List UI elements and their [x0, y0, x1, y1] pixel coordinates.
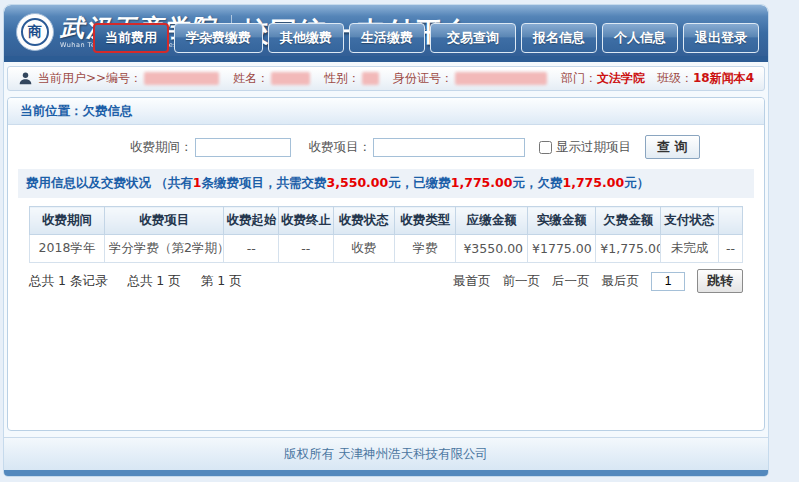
department-value: 文法学院 — [597, 70, 645, 87]
show-expired-checkbox[interactable] — [539, 141, 552, 154]
class-value: 18新闻本4 — [693, 70, 754, 87]
user-info-bar: 当前用户>>编号： 姓名： 性别： 身份证号： 部门： 文法学院 班级： 18新… — [7, 66, 765, 91]
col-fee-end: 收费终止 — [279, 207, 334, 235]
tab-logout[interactable]: 退出登录 — [683, 23, 759, 53]
col-amount-due: 应缴金额 — [456, 207, 528, 235]
fee-period-input[interactable] — [195, 138, 291, 157]
col-fee-status: 收费状态 — [333, 207, 394, 235]
table-row: 2018学年 学分学费（第2学期） -- -- 收费 学费 ¥3550.00 ¥… — [30, 235, 743, 263]
class-label: 班级： — [657, 70, 693, 87]
fee-period-label: 收费期间： — [130, 139, 193, 156]
col-payment-status: 支付状态 — [661, 207, 719, 235]
fee-summary-detail: （共有1条缴费项目，共需交费3,550.00元，已缴费1,775.00元，欠费1… — [155, 175, 649, 190]
footer-strip — [4, 470, 768, 476]
cell-fee-type: 学费 — [395, 235, 456, 263]
col-fee-item: 收费项目 — [105, 207, 224, 235]
col-fee-start: 收费起始 — [224, 207, 279, 235]
col-amount-paid: 实缴金额 — [528, 207, 596, 235]
prev-page-link[interactable]: 前一页 — [503, 273, 541, 290]
pagination-info: 总共 1 条记录 总共 1 页 第 1 页 — [29, 273, 258, 290]
nav-tabs: 当前费用 学杂费缴费 其他缴费 生活缴费 交易查询 报名信息 个人信息 退出登录 — [93, 23, 759, 53]
tab-current-fees[interactable]: 当前费用 — [93, 23, 169, 53]
main-panel: 当前位置：欠费信息 收费期间： 收费项目： 显示过期项目 查 询 费用信息以及交… — [7, 97, 765, 431]
table-header-row: 收费期间 收费项目 收费起始 收费终止 收费状态 收费类型 应缴金额 实缴金额 … — [30, 207, 743, 235]
cell-amount-owed: ¥1,775.00 — [596, 235, 661, 263]
col-fee-type: 收费类型 — [395, 207, 456, 235]
redacted-gender — [362, 72, 379, 85]
current-page-text: 第 1 页 — [201, 273, 242, 288]
pagination-controls: 最首页 前一页 后一页 最后页 跳转 — [453, 269, 743, 293]
paid-amount: 1,775.00 — [451, 175, 513, 190]
total-records-text: 总共 1 条记录 — [29, 273, 107, 288]
cell-fee-item: 学分学费（第2学期） — [105, 235, 224, 263]
header: 商 武汉工商学院 Wuhan Technology And Business U… — [4, 5, 768, 62]
col-fee-period: 收费期间 — [30, 207, 105, 235]
page-number-input[interactable] — [651, 272, 685, 291]
redacted-id-number — [455, 72, 547, 85]
cell-action-link[interactable]: -- — [719, 235, 743, 263]
tab-living-payment[interactable]: 生活缴费 — [349, 23, 425, 53]
breadcrumb: 当前位置：欠费信息 — [8, 98, 764, 125]
show-expired-label: 显示过期项目 — [556, 139, 631, 156]
search-button[interactable]: 查 询 — [645, 135, 700, 159]
tab-tuition-payment[interactable]: 学杂费缴费 — [174, 23, 263, 53]
redacted-user-number — [144, 72, 219, 85]
cell-fee-start: -- — [224, 235, 279, 263]
owed-amount: 1,775.00 — [562, 175, 624, 190]
tab-transaction-query[interactable]: 交易查询 — [430, 23, 516, 53]
redacted-name — [271, 72, 310, 85]
cell-amount-due: ¥3550.00 — [456, 235, 528, 263]
tab-personal-info[interactable]: 个人信息 — [602, 23, 678, 53]
first-page-link[interactable]: 最首页 — [453, 273, 491, 290]
gender-label: 性别： — [324, 70, 360, 87]
user-number-label: 当前用户>>编号： — [38, 70, 142, 87]
tab-registration-info[interactable]: 报名信息 — [521, 23, 597, 53]
cell-amount-paid: ¥1775.00 — [528, 235, 596, 263]
fees-table: 收费期间 收费项目 收费起始 收费终止 收费状态 收费类型 应缴金额 实缴金额 … — [29, 206, 743, 263]
next-page-link[interactable]: 后一页 — [552, 273, 590, 290]
tab-other-payment[interactable]: 其他缴费 — [268, 23, 344, 53]
pagination: 总共 1 条记录 总共 1 页 第 1 页 最首页 前一页 后一页 最后页 跳转 — [29, 269, 743, 293]
fee-summary-title: 费用信息以及交费状况 — [26, 175, 151, 190]
total-pages-text: 总共 1 页 — [127, 273, 180, 288]
id-number-label: 身份证号： — [393, 70, 453, 87]
jump-button[interactable]: 跳转 — [697, 269, 743, 293]
last-page-link[interactable]: 最后页 — [602, 273, 640, 290]
fee-summary: 费用信息以及交费状况 （共有1条缴费项目，共需交费3,550.00元，已缴费1,… — [18, 169, 754, 198]
university-emblem-icon: 商 — [16, 13, 54, 51]
item-count: 1 — [193, 175, 202, 190]
cell-fee-period: 2018学年 — [30, 235, 105, 263]
footer: 版权所有 天津神州浩天科技有限公司 — [4, 437, 768, 470]
col-amount-owed: 欠费金额 — [596, 207, 661, 235]
department-label: 部门： — [561, 70, 597, 87]
cell-payment-status: 未完成 — [661, 235, 719, 263]
copyright-text: 版权所有 天津神州浩天科技有限公司 — [284, 446, 488, 461]
col-action — [719, 207, 743, 235]
name-label: 姓名： — [233, 70, 269, 87]
query-form: 收费期间： 收费项目： 显示过期项目 查 询 — [8, 125, 764, 169]
page-container: 商 武汉工商学院 Wuhan Technology And Business U… — [3, 4, 769, 477]
user-icon — [18, 71, 33, 86]
fee-item-label: 收费项目： — [309, 139, 372, 156]
total-due-amount: 3,550.00 — [327, 175, 389, 190]
cell-fee-status: 收费 — [333, 235, 394, 263]
fee-item-input[interactable] — [373, 138, 525, 157]
cell-fee-end: -- — [279, 235, 334, 263]
